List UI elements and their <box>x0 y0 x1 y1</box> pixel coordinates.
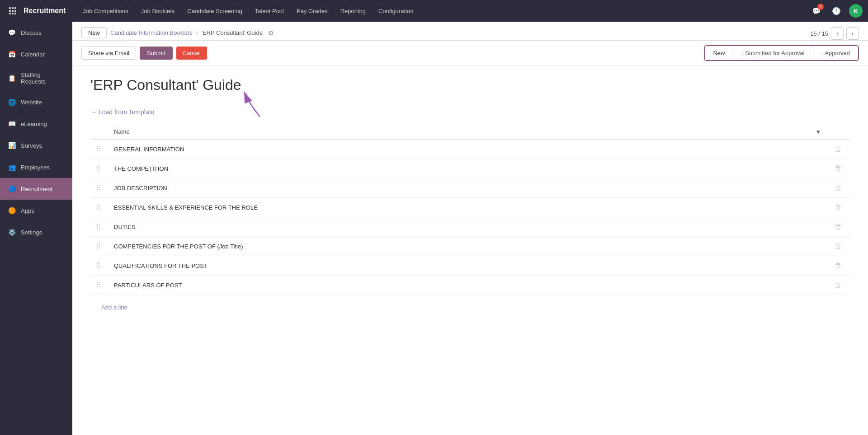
sidebar-item-settings[interactable]: ⚙️ Settings <box>0 221 72 243</box>
delete-section-button[interactable]: 🗑 <box>832 183 844 193</box>
chevron-down-icon: ▼ <box>816 129 821 135</box>
sidebar-label-calendar: Calendar <box>21 51 45 58</box>
sidebar-label-recruitment: Recruitment <box>21 186 52 192</box>
pagination-info: 15 / 15 <box>810 30 828 37</box>
section-name: PARTICULARS OF POST <box>114 282 182 289</box>
top-nav-item-candidate-screening[interactable]: Candidate Screening <box>181 0 248 22</box>
sidebar-icon-calendar: 📅 <box>7 50 16 59</box>
sidebar-item-apps[interactable]: 🟠 Apps <box>0 200 72 221</box>
delete-section-button[interactable]: 🗑 <box>832 222 844 232</box>
top-right-area: 15 / 15 ‹ › <box>810 27 859 40</box>
pipeline-step-new[interactable]: New <box>705 46 733 60</box>
grid-menu-icon[interactable] <box>5 4 20 18</box>
sidebar-label-discuss: Discuss <box>21 29 42 36</box>
drag-handle-icon[interactable]: ⠿ <box>96 281 101 289</box>
load-template-link[interactable]: → Load from Template <box>90 108 850 116</box>
status-bar: Share via Email Submit Cancel New › Subm… <box>72 41 868 66</box>
drag-handle-icon[interactable]: ⠿ <box>96 243 101 250</box>
breadcrumb-row: New Candidate Information Booklets › 'ER… <box>81 27 274 38</box>
pipeline-step-approved[interactable]: › Approved <box>813 46 858 60</box>
delete-section-button[interactable]: 🗑 <box>832 144 844 154</box>
delete-section-button[interactable]: 🗑 <box>832 261 844 271</box>
action-buttons: Share via Email Submit Cancel <box>81 47 207 60</box>
table-row: ⠿ JOB DESCRIPTION 🗑 <box>90 178 850 198</box>
sidebar-label-employees: Employees <box>21 164 50 171</box>
delete-section-button[interactable]: 🗑 <box>832 241 844 251</box>
pipeline-step-submitted-label: Submitted for Approval <box>745 50 805 56</box>
page-header: New Candidate Information Booklets › 'ER… <box>72 22 868 41</box>
document-body: 'ERP Consultant' Guide → Load from Templ… <box>72 66 868 435</box>
breadcrumb-separator: › <box>196 30 198 36</box>
sidebar-icon-settings: ⚙️ <box>7 228 16 237</box>
section-name: THE COMPETITION <box>114 165 168 172</box>
sidebar-item-website[interactable]: 🌐 Website <box>0 91 72 113</box>
sidebar-icon-surveys: 📊 <box>7 141 16 150</box>
sidebar: 💬 Discuss 📅 Calendar 📋 Staffing Requests… <box>0 22 72 435</box>
sections-table: Name ▼ ⠿ GENERAL INFORMATION 🗑 <box>90 125 850 320</box>
drag-handle-icon[interactable]: ⠿ <box>96 165 101 173</box>
sidebar-label-website: Website <box>21 99 42 106</box>
table-row: ⠿ GENERAL INFORMATION 🗑 <box>90 139 850 159</box>
content-wrapper: New Candidate Information Booklets › 'ER… <box>72 22 868 435</box>
user-avatar[interactable]: K <box>849 4 863 18</box>
sidebar-item-elearning[interactable]: 📖 eLearning <box>0 113 72 135</box>
gear-icon[interactable]: ⚙ <box>268 29 274 37</box>
next-page-button[interactable]: › <box>846 27 859 40</box>
table-row: ⠿ THE COMPETITION 🗑 <box>90 159 850 178</box>
cancel-button[interactable]: Cancel <box>176 47 207 60</box>
sidebar-item-discuss[interactable]: 💬 Discuss <box>0 22 72 43</box>
sidebar-icon-staffing: 📋 <box>7 74 16 83</box>
share-email-button[interactable]: Share via Email <box>81 47 136 60</box>
drag-handle-icon[interactable]: ⠿ <box>96 223 101 231</box>
pipeline-step-new-label: New <box>713 50 725 56</box>
sidebar-item-recruitment[interactable]: 🔵 Recruitment <box>0 178 72 200</box>
top-nav-menu: Job CompetitionsJob BookletsCandidate Sc… <box>76 0 809 22</box>
section-name: COMPETENCIES FOR THE POST OF (Job Title) <box>114 243 243 250</box>
add-line-row: Add a line <box>90 295 850 320</box>
sidebar-icon-apps: 🟠 <box>7 206 16 215</box>
submit-button[interactable]: Submit <box>140 47 172 60</box>
name-col-header: Name ▼ <box>108 125 826 139</box>
top-nav-item-job-competitions[interactable]: Job Competitions <box>76 0 134 22</box>
section-name: JOB DESCRIPTION <box>114 185 167 192</box>
drag-col-header <box>90 125 108 139</box>
delete-section-button[interactable]: 🗑 <box>832 280 844 290</box>
top-nav-item-pay-grades[interactable]: Pay Grades <box>290 0 334 22</box>
drag-handle-icon[interactable]: ⠿ <box>96 145 101 153</box>
drag-handle-icon[interactable]: ⠿ <box>96 262 101 270</box>
breadcrumb-parent-link[interactable]: Candidate Information Booklets <box>110 29 192 36</box>
sidebar-label-surveys: Surveys <box>21 142 42 149</box>
section-name: ESSENTIAL SKILLS & EXPERIENCE FOR THE RO… <box>114 204 258 211</box>
top-nav-item-reporting[interactable]: Reporting <box>334 0 372 22</box>
delete-section-button[interactable]: 🗑 <box>832 202 844 212</box>
top-nav-item-talent-pool[interactable]: Talent Pool <box>249 0 290 22</box>
sidebar-item-calendar[interactable]: 📅 Calendar <box>0 43 72 65</box>
section-name: GENERAL INFORMATION <box>114 146 184 153</box>
sidebar-item-staffing[interactable]: 📋 Staffing Requests <box>0 65 72 91</box>
prev-page-button[interactable]: ‹ <box>831 27 844 40</box>
new-record-button[interactable]: New <box>81 27 107 38</box>
sidebar-item-employees[interactable]: 👥 Employees <box>0 156 72 178</box>
action-col-header <box>826 125 850 139</box>
app-brand: Recruitment <box>24 7 66 15</box>
top-nav-item-job-booklets[interactable]: Job Booklets <box>135 0 181 22</box>
drag-handle-icon[interactable]: ⠿ <box>96 184 101 192</box>
messages-icon[interactable]: 💬 2 <box>809 4 824 18</box>
clock-icon[interactable]: 🕐 <box>829 4 844 18</box>
delete-section-button[interactable]: 🗑 <box>832 164 844 173</box>
drag-handle-icon[interactable]: ⠿ <box>96 204 101 211</box>
top-nav-item-configuration[interactable]: Configuration <box>372 0 420 22</box>
notification-badge: 2 <box>817 4 824 10</box>
pipeline-step-submitted[interactable]: › Submitted for Approval <box>733 46 812 60</box>
sidebar-label-staffing: Staffing Requests <box>21 71 65 85</box>
table-row: ⠿ ESSENTIAL SKILLS & EXPERIENCE FOR THE … <box>90 198 850 217</box>
sidebar-icon-discuss: 💬 <box>7 28 16 37</box>
sections-table-body: ⠿ GENERAL INFORMATION 🗑 ⠿ THE COMPETITIO… <box>90 139 850 295</box>
sidebar-label-apps: Apps <box>21 207 34 214</box>
table-row: ⠿ QUALIFICATIONS FOR THE POST 🗑 <box>90 256 850 276</box>
sidebar-icon-elearning: 📖 <box>7 119 16 128</box>
top-navigation: Recruitment Job CompetitionsJob Booklets… <box>0 0 868 22</box>
sidebar-item-surveys[interactable]: 📊 Surveys <box>0 135 72 156</box>
add-line-button[interactable]: Add a line <box>96 299 133 315</box>
status-pipeline: New › Submitted for Approval › Approved <box>704 45 859 61</box>
